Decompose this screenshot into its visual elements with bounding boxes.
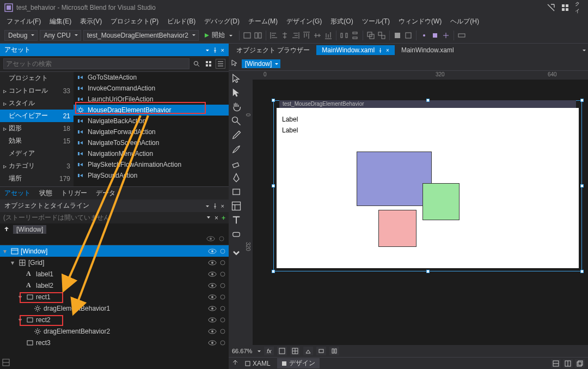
dist-h-icon[interactable]	[340, 31, 348, 40]
eyedropper-tool-icon[interactable]	[231, 130, 242, 141]
asset-item[interactable]: NavigateToScreenAction	[74, 137, 229, 148]
pin-icon[interactable]	[212, 47, 218, 53]
close-icon[interactable]: ×	[215, 214, 218, 222]
direct-select-tool-icon[interactable]	[231, 87, 242, 98]
tabs-overflow-icon[interactable]	[583, 50, 586, 53]
align-top-icon[interactable]	[302, 31, 311, 40]
resize-handle[interactable]	[272, 184, 275, 187]
tool-extra-1-icon[interactable]	[420, 31, 428, 40]
artboard[interactable]: test_MouseDragElementBehavior Label Labe…	[277, 104, 579, 268]
menu-debug[interactable]: デバッグ(D)	[200, 16, 244, 27]
pin-icon[interactable]	[378, 48, 383, 53]
eye-icon[interactable]	[208, 249, 217, 254]
scope-up-icon[interactable]	[3, 226, 10, 234]
canvas-rect1[interactable]	[357, 152, 432, 206]
lock-icon[interactable]	[220, 340, 225, 346]
order-front-icon[interactable]	[393, 31, 402, 40]
asset-category[interactable]: ▹カテゴリ3	[0, 160, 74, 172]
doc-tab-inactive[interactable]: MainWindow.xaml	[396, 45, 460, 55]
menu-window[interactable]: ウィンドウ(W)	[394, 16, 446, 27]
asset-item[interactable]: NavigateBackAction	[74, 116, 229, 126]
canvas-label1[interactable]: Label	[282, 116, 298, 123]
eye-icon[interactable]	[208, 260, 217, 265]
menu-project[interactable]: プロジェクト(P)	[106, 16, 163, 27]
zoom-opt-4-icon[interactable]	[316, 347, 326, 355]
eye-icon[interactable]	[208, 340, 217, 346]
tree-row[interactable]: dragElementBehavior2	[0, 325, 229, 337]
lock-icon[interactable]	[220, 306, 225, 311]
view-grid-icon[interactable]	[204, 59, 213, 69]
lock-icon[interactable]	[220, 271, 225, 277]
control-tool-icon[interactable]	[231, 229, 242, 240]
asset-item[interactable]: MouseDragElementBehavior	[74, 105, 229, 116]
lock-icon[interactable]	[220, 294, 225, 300]
zoom-tool-icon[interactable]	[231, 116, 242, 126]
tree-row[interactable]: ▾rect1	[0, 291, 229, 303]
add-storyboard-icon[interactable]: +	[222, 214, 225, 222]
eye-icon[interactable]	[206, 236, 215, 241]
selection-tool-icon[interactable]	[231, 73, 242, 84]
group-icon[interactable]	[366, 31, 375, 40]
resize-handle[interactable]	[580, 99, 584, 102]
close-icon[interactable]: ×	[386, 47, 389, 53]
tab-states[interactable]: 状態	[35, 187, 57, 199]
align-middle-icon[interactable]	[313, 31, 322, 40]
design-canvas[interactable]: 0320640 0320 test_MouseDragElementBehavi…	[244, 71, 588, 345]
tab-assets[interactable]: アセット	[0, 187, 35, 199]
tree-row[interactable]: ▾rect2	[0, 314, 229, 325]
asset-category[interactable]: メディア	[0, 147, 74, 160]
pin-icon[interactable]	[212, 203, 218, 209]
tab-triggers[interactable]: トリガー	[57, 187, 91, 199]
align-bottom-icon[interactable]	[324, 31, 333, 40]
close-icon[interactable]: ×	[221, 203, 224, 209]
align-center-icon[interactable]	[280, 31, 289, 40]
split-h-icon[interactable]	[551, 359, 561, 368]
expand-collapse-icon[interactable]	[232, 359, 238, 367]
chevron-down-icon[interactable]	[206, 50, 209, 53]
eye-icon[interactable]	[208, 283, 217, 288]
title-overflow-icon[interactable]: クイ	[575, 3, 584, 12]
eye-icon[interactable]	[208, 306, 217, 311]
tool-extra-2-icon[interactable]	[431, 31, 439, 40]
eye-icon[interactable]	[208, 271, 217, 277]
asset-item[interactable]: PlaySoundAction	[74, 170, 229, 181]
tool-extra-3-icon[interactable]	[442, 31, 450, 40]
pen-tool-icon[interactable]	[231, 172, 242, 183]
menu-view[interactable]: 表示(V)	[76, 16, 106, 27]
menu-edit[interactable]: 編集(E)	[45, 16, 76, 27]
scope-window-chip[interactable]: [Window]	[13, 225, 46, 234]
object-browser-tab[interactable]: オブジェクト ブラウザー	[231, 45, 315, 56]
split-v-icon[interactable]	[563, 359, 573, 368]
menu-help[interactable]: ヘルプ(H)	[446, 16, 483, 27]
fx-button[interactable]: fx	[264, 347, 274, 355]
close-icon[interactable]: ×	[221, 47, 224, 53]
tool-extra-4-icon[interactable]	[457, 31, 466, 40]
zoom-level[interactable]: 66.67%	[232, 348, 252, 354]
menu-tools[interactable]: ツール(T)	[358, 16, 394, 27]
asset-category[interactable]: ビヘイビアー21	[0, 110, 74, 122]
chevron-down-icon[interactable]	[206, 205, 209, 209]
menu-build[interactable]: ビルド(B)	[163, 16, 200, 27]
asset-category[interactable]: ▹コントロール33	[0, 84, 74, 97]
asset-item[interactable]: PlaySketchFlowAnimationAction	[74, 159, 229, 170]
canvas-rect3[interactable]	[378, 210, 416, 247]
asset-category[interactable]: 効果15	[0, 135, 74, 147]
order-back-icon[interactable]	[404, 31, 413, 40]
lock-icon[interactable]	[219, 236, 224, 241]
lock-icon[interactable]	[220, 317, 225, 323]
asset-category[interactable]: 場所179	[0, 172, 74, 185]
resize-handle[interactable]	[272, 99, 275, 102]
resize-handle[interactable]	[272, 270, 275, 273]
canvas-rect2[interactable]	[422, 183, 460, 220]
canvas-label2[interactable]: Label	[282, 126, 298, 134]
assets-panel-header[interactable]: アセット ×	[0, 44, 229, 56]
tree-row[interactable]: Alabel2	[0, 280, 229, 291]
asset-category[interactable]: ▹スタイル	[0, 97, 74, 110]
menu-design[interactable]: デザイン(G)	[282, 16, 326, 27]
notifications-icon[interactable]	[561, 3, 569, 12]
zoom-opt-3-icon[interactable]	[303, 347, 313, 355]
panel-corner-icon[interactable]	[2, 359, 10, 368]
objects-panel-header[interactable]: オブジェクトとタイムライン ×	[0, 199, 229, 212]
menu-format[interactable]: 形式(O)	[326, 16, 357, 27]
dist-v-icon[interactable]	[351, 31, 359, 40]
